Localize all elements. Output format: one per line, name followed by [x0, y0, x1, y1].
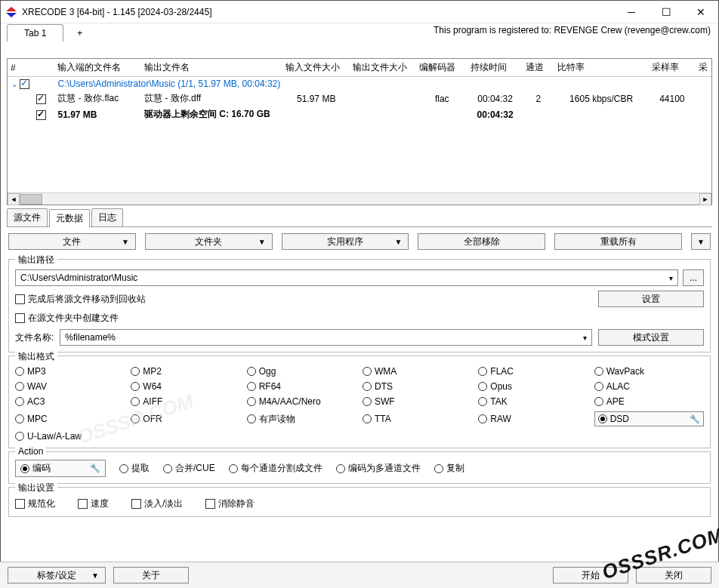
about-button[interactable]: 关于 — [113, 567, 189, 583]
summary-size: 51.97 MB — [54, 106, 141, 122]
format-radio-wma[interactable]: WMA — [363, 366, 472, 377]
format-radio-dsd[interactable]: DSD🔧 — [594, 411, 704, 426]
browse-button[interactable]: ... — [683, 269, 704, 286]
format-radio-dts[interactable]: DTS — [363, 381, 472, 392]
wrench-icon[interactable]: 🔧 — [90, 463, 100, 473]
col-input-fname[interactable]: 输入端的文件名 — [54, 59, 141, 77]
tree-collapse-icon[interactable]: ⌄ — [11, 80, 18, 88]
subtab-log[interactable]: 日志 — [91, 208, 123, 226]
format-radio-mp3[interactable]: MP3 — [15, 366, 125, 377]
folder-button[interactable]: 文件夹▼ — [145, 233, 273, 250]
format-radio-tta[interactable]: TTA — [363, 411, 472, 426]
checkbox-icon[interactable] — [131, 499, 141, 509]
scroll-left-icon[interactable]: ◄ — [8, 193, 20, 205]
tab-1[interactable]: Tab 1 — [7, 24, 63, 42]
col-output-size[interactable]: 输出文件大小 — [350, 59, 417, 77]
pattern-settings-button[interactable]: 模式设置 — [598, 329, 704, 346]
dropdown-icon[interactable]: ▾ — [583, 334, 587, 342]
move-recycle-checkbox[interactable] — [15, 294, 25, 304]
format-radio-ac3[interactable]: AC3 — [15, 396, 125, 407]
format-radio-wav[interactable]: WAV — [15, 381, 125, 392]
format-radio-ulaw[interactable] — [15, 432, 24, 441]
create-in-src-checkbox[interactable] — [15, 313, 25, 323]
output-path-input[interactable]: C:\Users\Administrator\Music▾ — [15, 269, 678, 286]
file-button[interactable]: 文件▼ — [8, 233, 136, 250]
subtab-metadata[interactable]: 元数据 — [49, 209, 90, 227]
file-grid[interactable]: # 输入端的文件名 输出文件名 输入文件大小 输出文件大小 编解码器 持续时间 … — [7, 58, 712, 205]
summary-duration: 00:04:32 — [468, 106, 523, 122]
checkbox-icon[interactable] — [78, 499, 88, 509]
format-label: APE — [606, 396, 625, 407]
action-radio-提取[interactable]: 提取 — [119, 462, 150, 475]
col-duration[interactable]: 持续时间 — [468, 59, 523, 77]
radio-icon — [131, 414, 140, 423]
col-codec[interactable]: 编解码器 — [416, 59, 468, 77]
action-radio-编码[interactable]: 编码🔧 — [15, 460, 106, 477]
format-radio-mpc[interactable]: MPC — [15, 411, 125, 426]
format-radio-flac[interactable]: FLAC — [478, 366, 588, 377]
folder-checkbox[interactable] — [20, 79, 29, 89]
col-samplerate[interactable]: 采样率 — [649, 59, 696, 77]
outset-checkbox-速度[interactable]: 速度 — [78, 497, 109, 510]
utility-button[interactable]: 实用程序▼ — [282, 233, 409, 250]
start-button[interactable]: 开始 — [553, 567, 628, 583]
format-radio-mp2[interactable]: MP2 — [131, 366, 240, 377]
minimize-button[interactable]: ─ — [614, 1, 649, 23]
action-radio-每个通道分割成文件[interactable]: 每个通道分割成文件 — [229, 462, 322, 475]
col-channels[interactable]: 通道 — [523, 59, 554, 77]
radio-icon — [363, 397, 372, 406]
scroll-thumb[interactable] — [20, 194, 42, 205]
filename-pattern-input[interactable]: %filename%▾ — [60, 329, 592, 346]
caret-down-icon: ▼ — [91, 571, 99, 580]
col-num[interactable]: # — [8, 59, 54, 77]
wrench-icon[interactable]: 🔧 — [690, 414, 700, 424]
format-radio-alac[interactable]: ALAC — [594, 381, 704, 392]
format-radio-rf64[interactable]: RF64 — [247, 381, 356, 392]
format-radio-ape[interactable]: APE — [594, 396, 704, 407]
file-checkbox[interactable] — [36, 94, 46, 104]
outset-checkbox-规范化[interactable]: 规范化 — [15, 497, 55, 510]
format-radio-swf[interactable]: SWF — [363, 396, 472, 407]
close-button[interactable]: 关闭 — [636, 567, 711, 583]
folder-row[interactable]: ⌄ C:\Users\Administrator\Music (1/1, 51.… — [8, 77, 711, 91]
summary-freespace: 驱动器上剩余空间 C: 16.70 GB — [141, 106, 282, 122]
summary-checkbox[interactable] — [36, 110, 46, 120]
more-button[interactable]: ▼ — [691, 233, 711, 250]
format-radio-[interactable]: 有声读物 — [247, 411, 356, 426]
checkbox-icon[interactable] — [205, 499, 215, 509]
scroll-right-icon[interactable]: ► — [699, 193, 711, 205]
col-output-fname[interactable]: 输出文件名 — [141, 59, 282, 77]
format-radio-wavpack[interactable]: WavPack — [594, 366, 704, 377]
close-window-button[interactable]: ✕ — [684, 1, 718, 23]
reload-all-button[interactable]: 重载所有 — [554, 233, 682, 250]
dropdown-icon[interactable]: ▾ — [669, 274, 673, 282]
radio-icon — [15, 367, 24, 376]
outset-checkbox-消除静音[interactable]: 消除静音 — [205, 497, 255, 510]
horizontal-scrollbar[interactable]: ◄ ► — [8, 192, 711, 205]
maximize-button[interactable]: ☐ — [649, 1, 684, 23]
action-radio-编码为多通道文件[interactable]: 编码为多通道文件 — [336, 462, 421, 475]
subtab-source[interactable]: 源文件 — [7, 208, 48, 226]
checkbox-icon[interactable] — [15, 499, 25, 509]
action-radio-合并/CUE[interactable]: 合并/CUE — [163, 462, 215, 475]
col-bitrate[interactable]: 比特率 — [554, 59, 649, 77]
tags-settings-button[interactable]: 标签/设定▼ — [8, 567, 106, 583]
format-radio-opus[interactable]: Opus — [478, 381, 588, 392]
col-input-size[interactable]: 输入文件大小 — [282, 59, 350, 77]
caret-down-icon: ▼ — [122, 238, 129, 246]
outset-checkbox-淡入/淡出[interactable]: 淡入/淡出 — [131, 497, 183, 510]
col-extra[interactable]: 采 — [696, 59, 711, 77]
action-radio-复制[interactable]: 复制 — [434, 462, 464, 475]
format-radio-m4aaacnero[interactable]: M4A/AAC/Nero — [247, 396, 356, 407]
format-radio-tak[interactable]: TAK — [478, 396, 588, 407]
tab-add[interactable]: + — [66, 25, 93, 42]
remove-all-button[interactable]: 全部移除 — [418, 233, 545, 250]
format-radio-ofr[interactable]: OFR — [131, 411, 240, 426]
format-radio-w64[interactable]: W64 — [131, 381, 240, 392]
format-radio-aiff[interactable]: AIFF — [131, 396, 240, 407]
settings-button[interactable]: 设置 — [598, 291, 704, 307]
action-group-label: Action — [15, 446, 46, 457]
format-radio-ogg[interactable]: Ogg — [247, 366, 356, 377]
file-row[interactable]: 苡慧 - 致你.flac 苡慧 - 致你.dff 51.97 MB flac 0… — [8, 91, 711, 106]
format-radio-raw[interactable]: RAW — [478, 411, 588, 426]
